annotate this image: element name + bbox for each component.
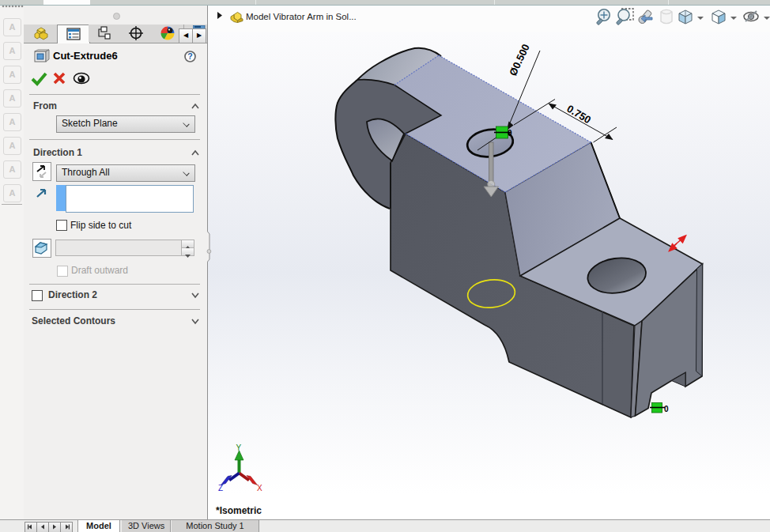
svg-text:Z: Z bbox=[218, 484, 223, 492]
svg-text:0: 0 bbox=[508, 129, 512, 138]
svg-text:X: X bbox=[257, 484, 262, 492]
svg-text:*Isometric: *Isometric bbox=[216, 505, 262, 516]
svg-text:0: 0 bbox=[664, 405, 669, 413]
svg-text:Model Vibrator Arm in Sol...: Model Vibrator Arm in Sol... bbox=[246, 12, 357, 21]
svg-text:Y: Y bbox=[236, 443, 242, 452]
svg-text:?: ? bbox=[187, 51, 192, 61]
